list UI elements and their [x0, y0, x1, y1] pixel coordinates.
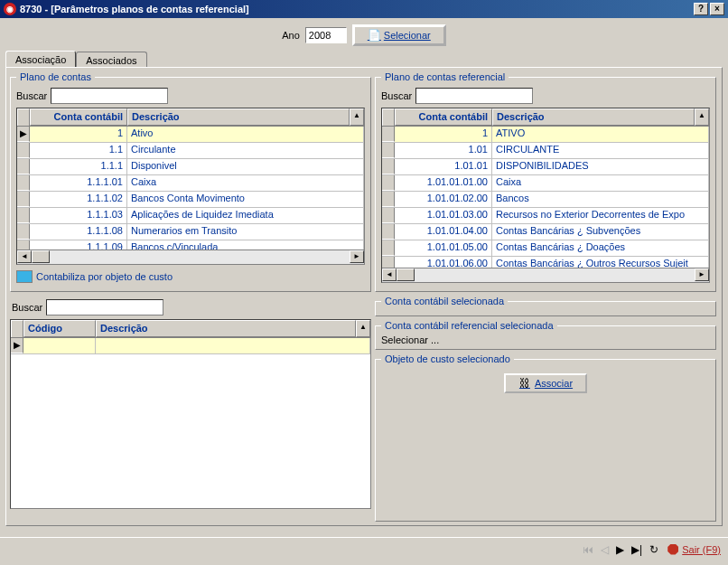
panel-title: Plano de contas	[16, 71, 95, 82]
row-marker-head	[382, 108, 395, 126]
scroll-up-icon[interactable]: ▲	[695, 108, 709, 126]
table-row[interactable]: 1.01.01DISPONIBILIDADES	[382, 159, 709, 175]
grid-bottom: Código Descrição ▲ ▶	[10, 319, 371, 509]
scroll-right-icon[interactable]: ►	[695, 268, 709, 281]
search-label: Buscar	[16, 90, 47, 101]
check-label: Contabiliza por objeto de custo	[36, 271, 173, 282]
panel-objeto-custo: Objeto de custo selecionado ⛓ Associar	[375, 353, 716, 522]
title-bar: ◉ 8730 - [Parâmetros planos de contas re…	[0, 0, 728, 18]
col-codigo[interactable]: Código	[23, 320, 96, 337]
nav-prev-icon[interactable]: ◁	[601, 543, 609, 556]
col-descricao[interactable]: Descrição	[96, 320, 356, 337]
table-row[interactable]: 1.1.1Disponivel	[17, 159, 364, 175]
table-row[interactable]: 1.01.01.05.00Contas Bancárias ¿ Doações	[382, 240, 709, 257]
table-row[interactable]: 1.01CIRCULANTE	[382, 143, 709, 159]
table-row[interactable]: 1.01.01.02.00Bancos	[382, 192, 709, 208]
grid-left: Conta contábil Descrição ▲ ▶1Ativo1.1Cir…	[16, 108, 365, 265]
panel-conta-selecionada: Conta contábil selecionada	[375, 296, 716, 316]
table-row[interactable]: 1.01.01.01.00Caixa	[382, 175, 709, 192]
exit-button[interactable]: Sair (F9)	[667, 544, 721, 555]
table-row[interactable]: 1.1.1.08Numerarios em Transito	[17, 224, 364, 240]
col-conta-contabil[interactable]: Conta contábil	[395, 108, 492, 126]
year-label: Ano	[282, 30, 300, 41]
panel-title: Objeto de custo selecionado	[381, 353, 514, 364]
tab-associados[interactable]: Associados	[76, 52, 146, 68]
panel-title: Plano de contas referencial	[381, 71, 509, 82]
select-text[interactable]: Selecionar ...	[381, 334, 710, 345]
scroll-thumb[interactable]	[397, 268, 415, 281]
color-swatch	[16, 270, 33, 283]
scroll-left-icon[interactable]: ◄	[17, 250, 32, 263]
table-row[interactable]: 1.1.1.03Aplicações de Liquidez Imediata	[17, 208, 364, 224]
document-icon: 📄	[368, 29, 380, 42]
table-row[interactable]: 1.01.01.03.00Recursos no Exterior Decorr…	[382, 208, 709, 224]
table-row[interactable]: 1.01.01.06.00Contas Bancárias ¿ Outros R…	[382, 257, 709, 268]
table-row[interactable]: 1ATIVO	[382, 127, 709, 143]
col-descricao[interactable]: Descrição	[127, 108, 350, 126]
scroll-up-icon[interactable]: ▲	[356, 320, 370, 337]
panel-title: Conta contábil selecionada	[381, 296, 508, 306]
table-row[interactable]: 1.1.1.09Bancos c/Vinculada	[17, 240, 364, 250]
year-input[interactable]	[305, 27, 347, 43]
panel-conta-ref-selecionada: Conta contábil referencial selecionada S…	[375, 320, 716, 350]
tab-panel: Plano de contas Buscar Conta contábil De…	[5, 67, 723, 526]
search-input-bottom[interactable]	[46, 299, 163, 315]
scroll-thumb[interactable]	[32, 250, 50, 263]
hscroll-right[interactable]: ◄ ►	[382, 268, 709, 282]
row-marker-head	[17, 108, 30, 126]
window-title: 8730 - [Parâmetros planos de contas refe…	[20, 4, 249, 14]
search-label: Buscar	[12, 302, 42, 313]
panel-title: Conta contábil referencial selecionada	[381, 320, 557, 331]
nav-next-icon[interactable]: ▶	[616, 543, 624, 556]
table-row[interactable]: ▶1Ativo	[17, 127, 364, 143]
col-conta-contabil[interactable]: Conta contábil	[30, 108, 127, 126]
table-row[interactable]: 1.1.1.02Bancos Conta Movimento	[17, 192, 364, 208]
app-icon: ◉	[4, 3, 16, 15]
table-row[interactable]: 1.1.1.01Caixa	[17, 175, 364, 192]
hscroll-left[interactable]: ◄ ►	[17, 250, 364, 264]
search-label: Buscar	[381, 90, 412, 101]
refresh-icon[interactable]: ↻	[649, 543, 658, 556]
tab-strip: Associação Associados	[5, 51, 723, 67]
nav-first-icon[interactable]: ⏮	[583, 543, 593, 556]
nav-last-icon[interactable]: ▶|	[631, 543, 642, 556]
scroll-up-icon[interactable]: ▲	[350, 108, 364, 126]
help-button[interactable]: ?	[694, 3, 708, 15]
row-marker-head	[11, 320, 23, 337]
table-row[interactable]: 1.1Circulante	[17, 143, 364, 159]
select-button[interactable]: 📄 Selecionar	[352, 24, 446, 46]
top-controls: Ano 📄 Selecionar	[5, 24, 723, 47]
associar-button[interactable]: ⛓ Associar	[504, 373, 587, 393]
search-input-right[interactable]	[415, 88, 533, 104]
col-descricao[interactable]: Descrição	[492, 108, 695, 126]
link-icon: ⛓	[518, 377, 531, 390]
scroll-left-icon[interactable]: ◄	[382, 268, 397, 281]
table-row[interactable]: ▶	[11, 338, 370, 354]
nav-icons: ⏮ ◁ ▶ ▶| ↻	[583, 543, 658, 556]
status-bar: ⏮ ◁ ▶ ▶| ↻ Sair (F9)	[0, 537, 728, 560]
close-button[interactable]: ×	[710, 3, 724, 15]
panel-plano-de-contas: Plano de contas Buscar Conta contábil De…	[10, 71, 371, 292]
stop-icon	[667, 544, 678, 555]
search-input-left[interactable]	[51, 88, 168, 104]
panel-plano-referencial: Plano de contas referencial Buscar Conta…	[375, 71, 716, 292]
table-row[interactable]: 1.01.01.04.00Contas Bancárias ¿ Subvençõ…	[382, 224, 709, 240]
tab-associacao[interactable]: Associação	[5, 51, 76, 67]
scroll-right-icon[interactable]: ►	[350, 250, 364, 263]
grid-right: Conta contábil Descrição ▲ 1ATIVO1.01CIR…	[381, 108, 710, 283]
